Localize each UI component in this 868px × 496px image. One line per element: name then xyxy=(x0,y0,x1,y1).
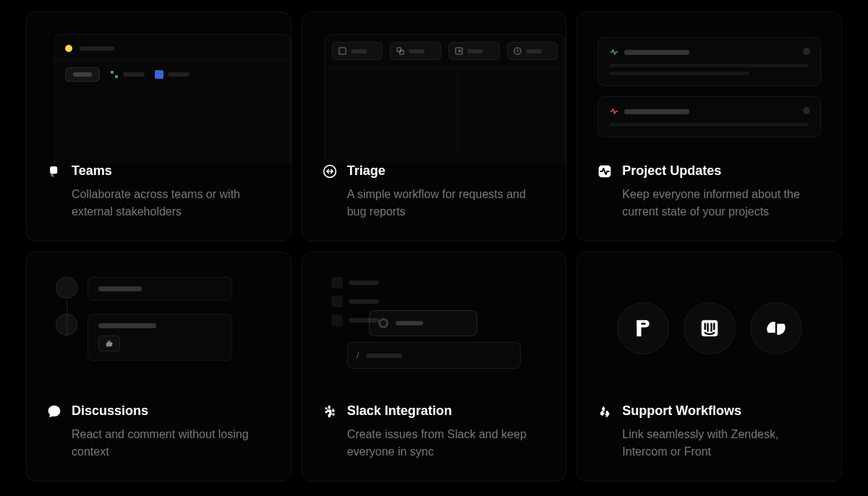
support-illustration xyxy=(577,252,841,403)
front-icon xyxy=(617,302,669,354)
team-icon xyxy=(110,70,119,79)
svg-rect-2 xyxy=(339,48,346,54)
bulb-icon xyxy=(65,45,72,52)
target-icon xyxy=(378,318,388,328)
card-title: Support Workflows xyxy=(622,403,741,419)
card-desc: A simple workflow for requests and bug r… xyxy=(347,186,546,221)
card-project-updates[interactable]: Project Updates Keep everyone informed a… xyxy=(576,12,842,241)
card-desc: Keep everyone informed about the current… xyxy=(622,186,821,221)
svg-rect-3 xyxy=(397,48,401,52)
card-desc: Create issues from Slack and keep everyo… xyxy=(347,426,546,461)
avatar-icon xyxy=(56,277,77,299)
card-triage[interactable]: Triage A simple workflow for requests an… xyxy=(302,12,567,241)
card-desc: React and comment without losing context xyxy=(72,426,271,461)
card-discussions[interactable]: Discussions React and comment without lo… xyxy=(26,252,292,482)
card-desc: Collaborate across teams or with externa… xyxy=(72,186,271,221)
pulse-icon xyxy=(597,164,612,179)
card-title: Slack Integration xyxy=(347,403,452,419)
reaction-button xyxy=(98,335,120,351)
triage-illustration xyxy=(302,12,566,163)
discussions-illustration xyxy=(27,252,291,403)
card-slack-integration[interactable]: / Slack Integration Create issues from S… xyxy=(302,252,567,482)
svg-rect-0 xyxy=(111,71,114,74)
updates-illustration xyxy=(577,12,841,163)
card-support-workflows[interactable]: Support Workflows Link seamlessly with Z… xyxy=(576,252,842,482)
card-title: Discussions xyxy=(72,403,148,419)
card-title: Triage xyxy=(347,163,386,179)
thumbs-up-icon xyxy=(106,340,113,347)
card-title: Teams xyxy=(72,163,112,179)
pulse-red-icon xyxy=(610,107,618,116)
svg-rect-1 xyxy=(115,75,118,78)
triage-icon xyxy=(323,164,337,179)
card-teams[interactable]: Teams Collaborate across teams or with e… xyxy=(26,12,292,241)
card-desc: Link seamlessly with Zendesk, Intercom o… xyxy=(622,426,821,461)
recycle-icon xyxy=(597,404,612,419)
slash-label: / xyxy=(357,350,359,361)
slack-icon xyxy=(323,404,337,419)
svg-rect-4 xyxy=(400,51,404,55)
teams-icon xyxy=(47,164,61,179)
card-title: Project Updates xyxy=(622,163,721,179)
project-icon xyxy=(155,70,163,79)
intercom-icon xyxy=(684,302,736,354)
teams-illustration xyxy=(27,12,291,163)
pulse-green-icon xyxy=(610,48,618,56)
avatar-icon xyxy=(56,314,77,335)
slack-illustration: / xyxy=(302,252,566,403)
chat-icon xyxy=(47,404,61,419)
zendesk-icon xyxy=(750,302,802,354)
feature-grid: Teams Collaborate across teams or with e… xyxy=(26,12,842,482)
